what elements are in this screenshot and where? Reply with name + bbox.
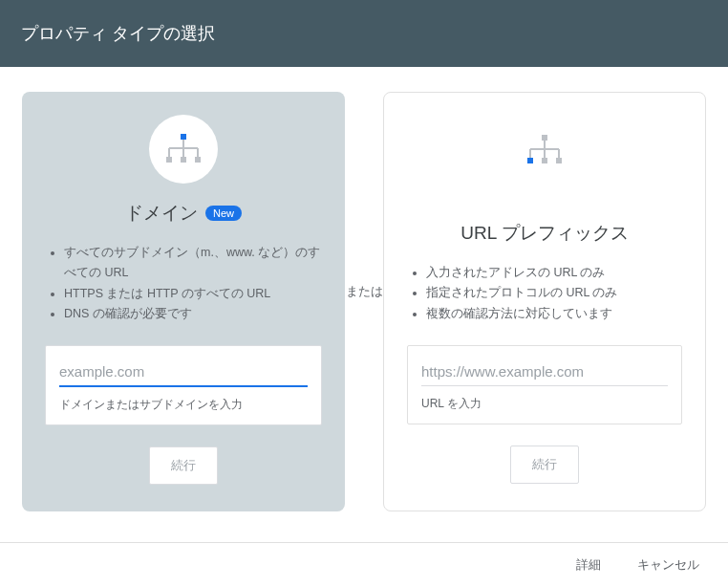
list-item: 複数の確認方法に対応しています (426, 304, 682, 324)
list-item: HTTPS または HTTP のすべての URL (64, 284, 322, 304)
url-feature-list: 入力されたアドレスの URL のみ 指定されたプロトコルの URL のみ 複数の… (407, 263, 682, 324)
svg-rect-8 (542, 135, 547, 141)
domain-input[interactable] (59, 359, 308, 387)
sitemap-icon (162, 128, 204, 170)
domain-property-card[interactable]: ドメイン New すべてのサブドメイン（m.、www. など）のすべての URL… (22, 92, 345, 511)
domain-input-hint: ドメインまたはサブドメインを入力 (59, 397, 308, 413)
list-item: 指定されたプロトコルの URL のみ (426, 283, 682, 303)
domain-input-wrap: ドメインまたはサブドメインを入力 (45, 345, 322, 425)
svg-rect-1 (181, 157, 186, 163)
domain-card-title-row: ドメイン New (125, 201, 242, 226)
new-badge: New (205, 206, 242, 221)
svg-rect-10 (527, 158, 533, 163)
dialog-footer: 詳細 キャンセル (0, 542, 728, 587)
url-card-title: URL プレフィックス (460, 221, 629, 246)
or-separator: または (345, 283, 383, 300)
domain-icon-circle (149, 115, 218, 184)
details-link[interactable]: 詳細 (576, 556, 601, 574)
url-icon-circle (510, 116, 579, 185)
url-card-title-row: URL プレフィックス (460, 221, 629, 246)
cancel-button[interactable]: キャンセル (637, 556, 699, 574)
list-item: DNS の確認が必要です (64, 304, 322, 324)
list-item: 入力されたアドレスの URL のみ (426, 263, 682, 283)
domain-feature-list: すべてのサブドメイン（m.、www. など）のすべての URL HTTPS また… (45, 243, 322, 324)
sitemap-icon (524, 129, 566, 171)
svg-rect-9 (542, 158, 547, 163)
url-prefix-property-card[interactable]: URL プレフィックス 入力されたアドレスの URL のみ 指定されたプロトコル… (383, 92, 706, 511)
url-input[interactable] (421, 359, 668, 386)
svg-rect-2 (166, 157, 172, 163)
dialog-header: プロパティ タイプの選択 (0, 0, 728, 67)
or-separator-text: または (346, 283, 383, 300)
svg-rect-0 (181, 134, 186, 140)
domain-card-title: ドメイン (125, 201, 198, 226)
list-item: すべてのサブドメイン（m.、www. など）のすべての URL (64, 243, 322, 284)
dialog-title: プロパティ タイプの選択 (21, 24, 215, 43)
svg-rect-3 (195, 157, 201, 163)
url-input-wrap: URL を入力 (407, 345, 682, 424)
dialog-content: ドメイン New すべてのサブドメイン（m.、www. など）のすべての URL… (0, 67, 728, 531)
url-input-hint: URL を入力 (421, 396, 668, 412)
domain-continue-button[interactable]: 続行 (149, 446, 218, 485)
svg-rect-11 (556, 158, 562, 163)
url-continue-button[interactable]: 続行 (510, 446, 579, 484)
